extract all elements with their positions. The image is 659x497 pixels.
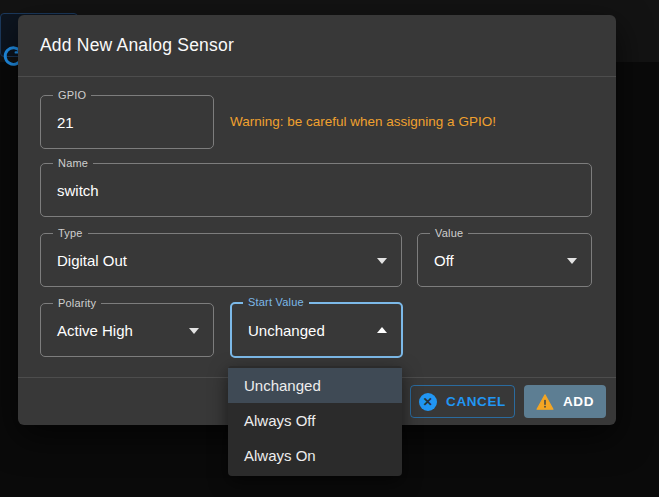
cancel-circle-x-icon: ✕	[419, 393, 437, 411]
dropdown-option-unchanged[interactable]: Unchanged	[228, 368, 402, 403]
chevron-down-icon	[189, 328, 199, 334]
start-value-dropdown-menu: Unchanged Always Off Always On	[228, 366, 402, 476]
dialog-title: Add New Analog Sensor	[18, 15, 616, 77]
start-value-select[interactable]: Start Value Unchanged	[230, 302, 403, 358]
chevron-down-icon	[377, 258, 387, 264]
add-button[interactable]: ADD	[524, 385, 606, 418]
polarity-select[interactable]: Polarity Active High	[40, 303, 214, 357]
name-field[interactable]: Name switch	[40, 163, 592, 217]
type-select-label: Type	[53, 227, 88, 240]
add-button-label: ADD	[563, 394, 594, 409]
chevron-down-icon	[567, 258, 577, 264]
cancel-button-label: CANCEL	[446, 394, 506, 409]
polarity-select-value: Active High	[57, 322, 133, 339]
name-field-label: Name	[53, 157, 93, 170]
dropdown-option-always-on[interactable]: Always On	[228, 438, 402, 473]
value-select-label: Value	[430, 227, 468, 240]
type-select[interactable]: Type Digital Out	[40, 233, 402, 287]
gpio-field-label: GPIO	[53, 89, 91, 102]
start-value-select-value: Unchanged	[248, 322, 325, 339]
warning-triangle-icon	[536, 394, 554, 410]
value-select[interactable]: Value Off	[417, 233, 592, 287]
cancel-button[interactable]: ✕ CANCEL	[410, 385, 515, 418]
type-select-value: Digital Out	[57, 252, 127, 269]
dropdown-option-always-off[interactable]: Always Off	[228, 403, 402, 438]
add-sensor-dialog: Add New Analog Sensor GPIO 21 Warning: b…	[18, 15, 616, 425]
start-value-select-label: Start Value	[243, 296, 309, 309]
gpio-warning-text: Warning: be careful when assigning a GPI…	[230, 114, 496, 129]
polarity-select-label: Polarity	[53, 297, 101, 310]
chevron-up-icon	[377, 327, 387, 333]
gpio-field-value: 21	[57, 114, 74, 131]
name-field-value: switch	[57, 182, 99, 199]
gpio-field[interactable]: GPIO 21	[40, 95, 214, 149]
value-select-value: Off	[434, 252, 454, 269]
